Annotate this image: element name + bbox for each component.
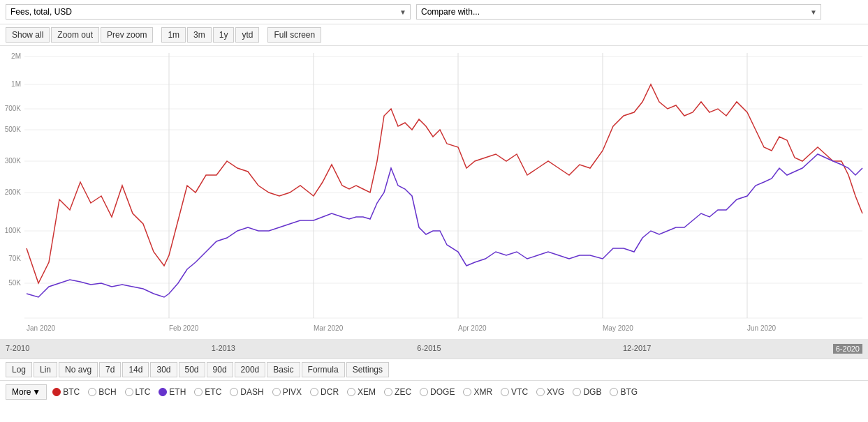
7d-button[interactable]: 7d — [99, 362, 121, 377]
options-bar: Log Lin No avg 7d 14d 30d 50d 90d 200d B… — [0, 359, 868, 381]
svg-text:300K: 300K — [5, 157, 22, 165]
svg-text:1M: 1M — [11, 80, 21, 88]
pivx-label: PIVX — [283, 387, 302, 397]
zoom-bar: Show all Zoom out Prev zoom 1m 3m 1y ytd… — [0, 24, 868, 46]
svg-text:70K: 70K — [8, 255, 21, 262]
coin-item-btg[interactable]: BTG — [607, 386, 640, 398]
eth-line — [27, 154, 862, 297]
dash-label: DASH — [240, 387, 263, 397]
timeline-label-2013[interactable]: 1-2013 — [212, 344, 235, 354]
ltc-label: LTC — [135, 387, 151, 397]
pivx-radio — [272, 388, 281, 396]
svg-text:200K: 200K — [5, 188, 22, 196]
coin-item-xvg[interactable]: XVG — [534, 386, 567, 398]
svg-text:Feb 2020: Feb 2020 — [169, 324, 199, 332]
dcr-label: DCR — [321, 387, 339, 397]
50d-button[interactable]: 50d — [179, 362, 205, 377]
timeline-label-2010[interactable]: 7-2010 — [6, 344, 29, 354]
bch-label: BCH — [98, 387, 116, 397]
doge-label: DOGE — [430, 387, 455, 397]
dgb-radio — [573, 388, 581, 396]
lin-button[interactable]: Lin — [34, 362, 57, 377]
chart-svg: 2M 1M 700K 500K 300K 200K 100K 70K 50K J… — [0, 46, 868, 339]
fees-dropdown[interactable]: Fees, total, USD — [6, 4, 411, 20]
timeline-label-2015[interactable]: 6-2015 — [417, 344, 441, 354]
coin-item-bch[interactable]: BCH — [85, 386, 119, 398]
coin-item-eth[interactable]: ETH — [156, 386, 189, 398]
log-button[interactable]: Log — [6, 362, 32, 377]
svg-text:700K: 700K — [5, 105, 22, 112]
btg-label: BTG — [620, 387, 638, 397]
200d-button[interactable]: 200d — [235, 362, 266, 377]
svg-text:Mar 2020: Mar 2020 — [314, 324, 344, 332]
etc-label: ETC — [205, 387, 221, 397]
top-bar: Fees, total, USD ▼ Compare with... ▼ — [0, 0, 868, 24]
basic-button[interactable]: Basic — [267, 362, 300, 377]
coin-item-vtc[interactable]: VTC — [498, 386, 531, 398]
vtc-label: VTC — [511, 387, 528, 397]
coin-item-btc[interactable]: BTC — [50, 386, 82, 398]
1y-button[interactable]: 1y — [213, 27, 235, 43]
ytd-button[interactable]: ytd — [235, 27, 259, 43]
xvg-label: XVG — [547, 387, 564, 397]
compare-dropdown-wrapper: Compare with... ▼ — [416, 4, 821, 20]
etc-radio — [194, 388, 203, 396]
chart-area: 2M 1M 700K 500K 300K 200K 100K 70K 50K J… — [0, 46, 868, 339]
dgb-label: DGB — [583, 387, 601, 397]
dash-radio — [230, 388, 238, 396]
svg-text:May 2020: May 2020 — [603, 324, 633, 332]
coin-item-doge[interactable]: DOGE — [417, 386, 457, 398]
timeline-labels: 7-2010 1-2013 6-2015 12-2017 6-2020 — [6, 344, 862, 354]
coin-item-dcr[interactable]: DCR — [307, 386, 341, 398]
settings-button[interactable]: Settings — [346, 362, 389, 377]
xmr-radio — [463, 388, 471, 396]
bch-radio — [88, 388, 96, 396]
xem-label: XEM — [358, 387, 376, 397]
prev-zoom-button[interactable]: Prev zoom — [101, 27, 153, 43]
xem-radio — [347, 388, 355, 396]
timeline-label-2017[interactable]: 12-2017 — [623, 344, 651, 354]
full-screen-button[interactable]: Full screen — [267, 27, 321, 43]
show-all-button[interactable]: Show all — [6, 27, 50, 43]
btc-radio — [52, 388, 61, 396]
zec-radio — [384, 388, 392, 396]
coin-item-zec[interactable]: ZEC — [381, 386, 414, 398]
coin-item-ltc[interactable]: LTC — [122, 386, 154, 398]
xvg-radio — [536, 388, 545, 396]
svg-text:Jan 2020: Jan 2020 — [27, 324, 56, 332]
compare-dropdown[interactable]: Compare with... — [416, 4, 821, 20]
bottom-timeline: 7-2010 1-2013 6-2015 12-2017 6-2020 — [0, 339, 868, 359]
ltc-radio — [125, 388, 133, 396]
zoom-out-button[interactable]: Zoom out — [51, 27, 99, 43]
no-avg-button[interactable]: No avg — [59, 362, 98, 377]
1m-button[interactable]: 1m — [161, 27, 186, 43]
vtc-radio — [501, 388, 509, 396]
btc-label: BTC — [63, 387, 80, 397]
30d-button[interactable]: 30d — [150, 362, 177, 377]
eth-label: ETH — [169, 387, 186, 397]
svg-text:50K: 50K — [8, 279, 21, 287]
svg-text:500K: 500K — [5, 126, 22, 133]
coin-item-pivx[interactable]: PIVX — [270, 386, 304, 398]
more-label: More — [12, 387, 31, 397]
more-button[interactable]: More ▼ — [6, 384, 47, 400]
coins-bar: More ▼ BTC BCH LTC ETH ETC DASH PIVX DCR — [0, 381, 868, 403]
coin-item-etc[interactable]: ETC — [191, 386, 224, 398]
timeline-label-2020[interactable]: 6-2020 — [833, 344, 862, 354]
doge-radio — [420, 388, 428, 396]
eth-radio — [159, 388, 167, 396]
xmr-label: XMR — [473, 387, 492, 397]
coin-item-dash[interactable]: DASH — [227, 386, 266, 398]
14d-button[interactable]: 14d — [122, 362, 149, 377]
formula-button[interactable]: Formula — [302, 362, 345, 377]
svg-text:2M: 2M — [11, 52, 21, 60]
btc-line — [27, 84, 862, 283]
more-arrow: ▼ — [32, 387, 41, 397]
coin-item-xmr[interactable]: XMR — [460, 386, 495, 398]
coin-item-xem[interactable]: XEM — [344, 386, 378, 398]
coin-item-dgb[interactable]: DGB — [570, 386, 604, 398]
90d-button[interactable]: 90d — [207, 362, 233, 377]
svg-text:Jun 2020: Jun 2020 — [747, 324, 777, 332]
3m-button[interactable]: 3m — [187, 27, 212, 43]
svg-text:100K: 100K — [5, 227, 22, 234]
